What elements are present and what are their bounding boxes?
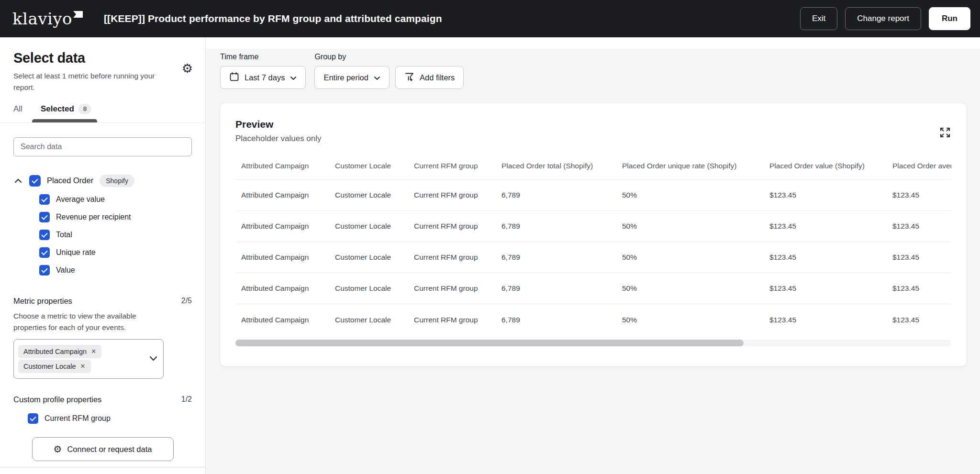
top-bar: klaviyo [[KEEP]] Product performance by …: [0, 0, 980, 37]
metric-child-row: Total: [39, 230, 192, 240]
column-header: Attributed Campaign: [241, 162, 335, 170]
metric-checkbox[interactable]: [39, 230, 50, 240]
preview-title: Preview: [235, 119, 951, 130]
metric-child-row: Value: [39, 265, 192, 276]
header-actions: Exit Change report Run: [800, 7, 970, 30]
chevron-down-icon: [149, 354, 157, 363]
table-cell: Customer Locale: [335, 316, 414, 324]
metric-children-list: Average value Revenue per recipient Tota…: [13, 194, 192, 276]
klaviyo-logo: klaviyo: [12, 11, 83, 27]
remove-tag-icon[interactable]: ✕: [91, 348, 96, 354]
table-row: Attributed CampaignCustomer LocaleCurren…: [235, 180, 951, 211]
group-by-select[interactable]: Entire period: [314, 66, 390, 89]
panel-title: Select data: [13, 50, 192, 66]
main-surface: Time frame Last 7 days Group by: [206, 49, 980, 474]
collapse-chevron-icon[interactable]: [13, 177, 23, 184]
custom-property-checkbox[interactable]: [28, 413, 38, 424]
add-filters-button[interactable]: Add filters: [395, 66, 464, 89]
placed-order-checkbox[interactable]: [29, 175, 41, 187]
table-row: Attributed CampaignCustomer LocaleCurren…: [235, 211, 951, 242]
metric-checkbox[interactable]: [39, 247, 50, 258]
table-cell: Current RFM group: [414, 222, 501, 231]
custom-profile-properties-label: Custom profile properties: [13, 395, 101, 404]
settings-gear-icon[interactable]: ⚙: [182, 62, 193, 75]
report-title: [[KEEP]] Product performance by RFM grou…: [104, 13, 442, 24]
panel-subtitle: Select at least 1 metric before running …: [13, 70, 162, 93]
time-frame-label: Time frame: [220, 53, 306, 61]
change-report-button[interactable]: Change report: [845, 7, 921, 30]
selected-tags: Attributed Campaign ✕ Customer Locale ✕: [18, 345, 147, 373]
metric-checkbox[interactable]: [39, 265, 50, 276]
table-row: Attributed CampaignCustomer LocaleCurren…: [235, 273, 951, 304]
table-cell: $123.45: [892, 316, 951, 324]
metric-properties-label: Metric properties: [13, 297, 72, 306]
preview-table-header: Attributed CampaignCustomer LocaleCurren…: [235, 156, 951, 180]
metric-properties-count: 2/5: [181, 297, 192, 305]
sidebar-footer: ⚙ Connect or request data: [0, 437, 205, 474]
metric-child-row: Revenue per recipient: [39, 212, 192, 222]
run-button[interactable]: Run: [929, 7, 970, 30]
connect-or-request-data-button[interactable]: ⚙ Connect or request data: [32, 437, 174, 461]
custom-property-label: Current RFM group: [45, 414, 111, 423]
table-cell: Current RFM group: [414, 316, 501, 324]
table-cell: Customer Locale: [335, 222, 414, 231]
metric-child-label: Unique rate: [56, 248, 96, 257]
filter-plus-icon: [404, 72, 414, 84]
main-area: Time frame Last 7 days Group by: [206, 37, 980, 474]
group-by-group: Group by Entire period: [314, 53, 390, 89]
table-cell: 6,789: [501, 191, 622, 199]
property-tag-label: Attributed Campaign: [23, 348, 87, 355]
klaviyo-wordmark: klaviyo: [12, 11, 72, 27]
group-by-value: Entire period: [323, 73, 368, 82]
custom-profile-properties-count: 1/2: [181, 395, 192, 404]
scrollbar-thumb[interactable]: [235, 340, 744, 346]
metric-properties-select[interactable]: Attributed Campaign ✕ Customer Locale ✕: [13, 339, 164, 379]
column-header: Placed Order total (Shopify): [501, 162, 622, 170]
select-data-panel: Select data ⚙ Select at least 1 metric b…: [0, 37, 206, 474]
metric-child-label: Value: [56, 266, 75, 275]
connect-button-label: Connect or request data: [67, 445, 152, 454]
time-frame-group: Time frame Last 7 days: [220, 53, 306, 89]
metric-checkbox[interactable]: [39, 194, 50, 205]
table-cell: $123.45: [892, 284, 951, 293]
chevron-down-icon: [374, 73, 380, 82]
property-tag: Attributed Campaign ✕: [18, 345, 101, 358]
gear-icon: ⚙: [54, 444, 62, 454]
search-input[interactable]: [13, 137, 192, 156]
preview-table: Attributed CampaignCustomer LocaleCurren…: [235, 156, 951, 346]
metric-group-label: Placed Order: [47, 176, 93, 185]
table-cell: Attributed Campaign: [241, 253, 335, 262]
table-cell: $123.45: [769, 284, 892, 293]
property-tag-label: Customer Locale: [23, 363, 76, 370]
table-cell: $123.45: [892, 253, 951, 262]
tab-selected[interactable]: Selected 8: [41, 104, 91, 114]
exit-button[interactable]: Exit: [800, 7, 837, 30]
table-cell: 50%: [622, 284, 769, 293]
footer-divider: [0, 467, 205, 467]
property-tag: Customer Locale ✕: [18, 360, 91, 373]
table-cell: 6,789: [501, 284, 622, 293]
chevron-down-icon: [290, 73, 297, 82]
table-row: Attributed CampaignCustomer LocaleCurren…: [235, 242, 951, 273]
preview-subtitle: Placeholder values only: [235, 134, 951, 143]
group-by-label: Group by: [314, 53, 390, 61]
table-cell: $123.45: [769, 316, 892, 324]
time-frame-select[interactable]: Last 7 days: [220, 66, 306, 89]
table-cell: 6,789: [501, 253, 622, 262]
source-badge: Shopify: [100, 175, 134, 187]
fullscreen-expand-icon[interactable]: [938, 125, 952, 141]
metric-checkbox[interactable]: [39, 212, 50, 222]
metric-group-row: Placed Order Shopify: [13, 175, 192, 187]
table-cell: 6,789: [501, 316, 622, 324]
table-cell: Current RFM group: [414, 284, 501, 293]
tab-all[interactable]: All: [13, 104, 22, 114]
remove-tag-icon[interactable]: ✕: [80, 363, 86, 369]
table-cell: $123.45: [769, 253, 892, 262]
klaviyo-flag-icon: [73, 11, 83, 20]
table-cell: $123.45: [769, 191, 892, 199]
metric-child-label: Total: [56, 231, 72, 239]
horizontal-scrollbar[interactable]: [235, 340, 951, 346]
table-cell: Current RFM group: [414, 191, 501, 199]
custom-properties-list: Current RFM group: [13, 413, 192, 424]
tab-selected-label: Selected: [41, 104, 74, 114]
